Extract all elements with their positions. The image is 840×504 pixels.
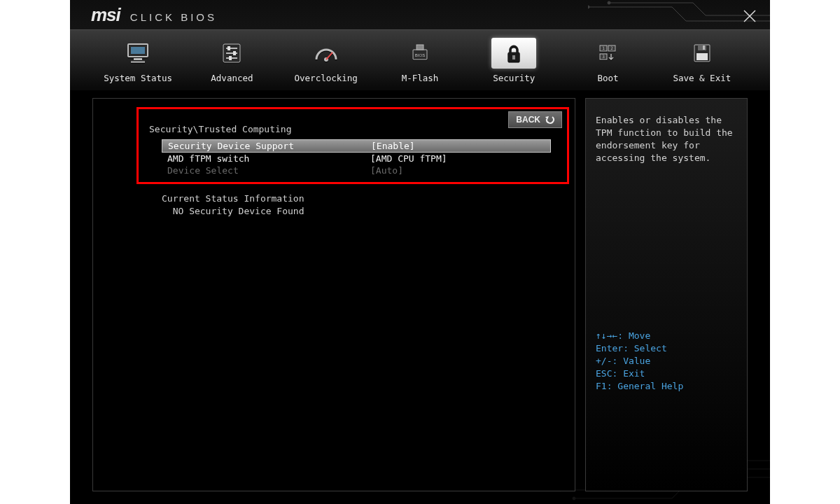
- svg-rect-32: [696, 53, 708, 60]
- svg-rect-30: [698, 45, 706, 50]
- tab-label: Overclocking: [295, 73, 358, 83]
- setting-name: Device Select: [167, 165, 370, 176]
- setting-name: Security Device Support: [168, 141, 371, 151]
- hint-select: Enter: Select: [596, 342, 683, 355]
- svg-rect-31: [703, 46, 705, 50]
- tab-save-exit[interactable]: Save & Exit: [655, 38, 749, 90]
- status-heading: Current Status Information: [162, 192, 304, 205]
- back-label: BACK: [516, 115, 540, 125]
- svg-point-1: [608, 1, 610, 4]
- tab-advanced[interactable]: Advanced: [185, 38, 279, 90]
- setting-value: [Auto]: [370, 165, 545, 176]
- svg-rect-19: [416, 45, 424, 50]
- lock-icon: [500, 41, 528, 65]
- svg-rect-14: [233, 51, 236, 55]
- svg-rect-22: [512, 55, 515, 59]
- sliders-icon: [218, 41, 246, 65]
- svg-rect-8: [131, 61, 145, 63]
- status-info: Current Status Information NO Security D…: [162, 192, 304, 218]
- usb-bios-icon: BIOS: [406, 41, 434, 65]
- setting-row-amd-ftpm-switch[interactable]: AMD fTPM switch [AMD CPU fTPM]: [162, 153, 551, 164]
- svg-rect-15: [229, 56, 232, 60]
- svg-line-17: [326, 52, 332, 59]
- svg-text:2: 2: [610, 46, 613, 50]
- monitor-icon: [124, 41, 152, 65]
- tab-security[interactable]: Security: [467, 38, 561, 90]
- setting-value: [Enable]: [371, 141, 545, 151]
- hint-value: +/-: Value: [596, 355, 683, 368]
- tab-label: M-Flash: [402, 73, 439, 83]
- svg-rect-7: [134, 58, 142, 60]
- logo-title: CLICK BIOS: [130, 11, 217, 23]
- svg-rect-6: [131, 47, 145, 54]
- tab-label: System Status: [104, 73, 172, 83]
- tab-label: Security: [493, 73, 535, 83]
- status-line: NO Security Device Found: [162, 205, 304, 218]
- svg-text:3: 3: [602, 54, 605, 59]
- gauge-icon: [312, 41, 340, 65]
- main-panel: Security\Trusted Computing BACK Security…: [92, 98, 575, 491]
- tab-label: Boot: [597, 73, 618, 83]
- hint-help: F1: General Help: [596, 380, 683, 393]
- setting-value: [AMD CPU fTPM]: [370, 153, 545, 164]
- back-button[interactable]: BACK: [508, 111, 562, 128]
- logo-brand: msi: [91, 4, 120, 26]
- boot-order-icon: 123: [594, 41, 622, 65]
- tab-overclocking[interactable]: Overclocking: [279, 38, 373, 90]
- settings-list: Security Device Support [Enable] AMD fTP…: [162, 139, 551, 176]
- tab-mflash[interactable]: BIOS M-Flash: [373, 38, 467, 90]
- help-text: Enables or disables the TPM function to …: [596, 114, 737, 164]
- hint-move: ↑↓→←: Move: [596, 330, 683, 342]
- hint-exit: ESC: Exit: [596, 368, 683, 380]
- setting-name: AMD fTPM switch: [167, 153, 370, 164]
- tab-label: Save & Exit: [673, 73, 731, 83]
- logo: msi CLICK BIOS: [91, 4, 217, 26]
- close-icon: [742, 8, 757, 24]
- svg-text:BIOS: BIOS: [415, 53, 425, 57]
- key-hints: ↑↓→←: Move Enter: Select +/-: Value ESC:…: [596, 330, 683, 393]
- svg-text:1: 1: [602, 46, 605, 50]
- close-button[interactable]: [742, 8, 757, 24]
- help-panel: Enables or disables the TPM function to …: [585, 98, 748, 491]
- undo-icon: [545, 115, 554, 125]
- svg-rect-13: [227, 46, 230, 50]
- setting-row-device-select: Device Select [Auto]: [162, 164, 551, 176]
- tab-bar: System Status Advanced Overclocking BIOS…: [70, 29, 770, 91]
- tab-label: Advanced: [211, 73, 253, 83]
- breadcrumb: Security\Trusted Computing: [149, 124, 292, 134]
- svg-point-0: [588, 6, 589, 8]
- tab-boot[interactable]: 123 Boot: [561, 38, 654, 90]
- setting-row-security-device-support[interactable]: Security Device Support [Enable]: [162, 139, 551, 153]
- tab-system-status[interactable]: System Status: [91, 38, 185, 90]
- svg-point-3: [573, 497, 575, 500]
- floppy-icon: [688, 41, 716, 65]
